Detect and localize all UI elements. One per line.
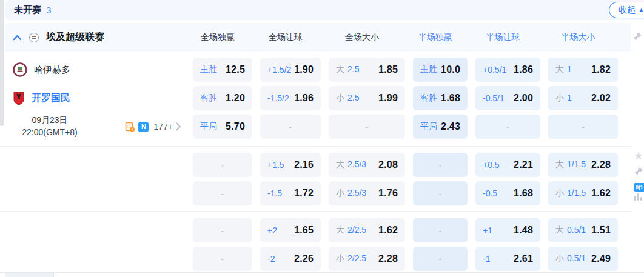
odds-label: 小0.5/1: [555, 253, 586, 264]
odds-value: 2.00: [514, 93, 533, 104]
odds-line: -2: [267, 254, 275, 264]
odds-cell[interactable]: 大2.5/32.08: [329, 153, 405, 177]
league-header: 埃及超级联赛 全场独赢全场让球全场大小半场独赢半场让球半场大小: [5, 23, 631, 52]
odds-cell[interactable]: -0.5/12.00: [475, 86, 540, 110]
odds-block-alt-2: -+21.65大2/2.51.62-+11.48大0.5/11.51--22.2…: [0, 212, 631, 277]
odds-cell[interactable]: 平局5.70: [193, 115, 252, 139]
odds-cell[interactable]: 客胜1.20: [193, 86, 252, 110]
column-header-6: 半场大小: [543, 32, 613, 43]
match-extras[interactable]: N 177+: [125, 122, 185, 132]
odds-cell[interactable]: -12.61: [475, 247, 540, 271]
odds-cell-empty: -: [193, 153, 252, 177]
odds-cell[interactable]: +0.52.21: [475, 153, 540, 177]
odds-value: 1.76: [378, 188, 398, 199]
odds-cell[interactable]: 小2.5/31.76: [329, 181, 405, 205]
odds-line: 平局: [420, 121, 437, 132]
odds-cell-empty: -: [413, 153, 468, 177]
empty-placeholder: -: [439, 161, 441, 170]
pin-icon[interactable]: [632, 32, 642, 41]
odds-block-alt-1: -+1.52.16大2.5/32.08-+0.52.21大1/1.52.28--…: [0, 147, 631, 212]
odds-label: 平局: [420, 121, 437, 132]
more-markets-count: 177+: [153, 122, 173, 132]
odds-label: -1: [483, 254, 490, 264]
odds-cell[interactable]: 客胜1.68: [413, 86, 468, 110]
empty-placeholder: -: [366, 122, 368, 132]
odds-table: 哈伊赫多 开罗国民 09月23日 22:00(GMT+8): [0, 52, 631, 277]
odds-value: 2.28: [591, 159, 611, 170]
chevron-up-icon[interactable]: [13, 35, 22, 41]
odds-line: 2/2.5: [347, 253, 366, 264]
odds-cell[interactable]: -1.51.72: [260, 181, 321, 205]
odds-cell[interactable]: 主胜10.0: [413, 58, 468, 82]
home-team-row[interactable]: 哈伊赫多: [5, 58, 185, 82]
odds-label: 小2/2.5: [336, 253, 366, 264]
away-team-row[interactable]: 开罗国民: [5, 86, 185, 110]
pin-match-icon[interactable]: [634, 166, 643, 176]
odds-line: +2: [267, 225, 277, 235]
over-under-prefix: 小: [336, 93, 344, 104]
odds-value: 1.48: [514, 225, 533, 236]
odds-label: 客胜: [420, 93, 437, 104]
empty-placeholder: -: [221, 255, 224, 264]
odds-label: 大2.5/3: [336, 159, 366, 170]
odds-value: 5.70: [226, 121, 245, 132]
match-count: 3: [46, 5, 51, 15]
odds-cell[interactable]: 平局2.43: [413, 115, 468, 139]
chevron-right-icon[interactable]: [176, 122, 181, 131]
odds-cell[interactable]: 小1/1.51.62: [548, 181, 618, 205]
odds-cell[interactable]: 大11.82: [548, 58, 618, 82]
collapse-button[interactable]: 收起 ▲: [609, 2, 644, 18]
over-under-prefix: 小: [555, 188, 564, 199]
odds-cell[interactable]: +11.48: [475, 218, 540, 242]
odds-value: 1.96: [294, 93, 314, 104]
odds-value: 1.90: [294, 64, 314, 75]
favorite-star-icon[interactable]: ★: [634, 150, 643, 162]
odds-value: 1.72: [294, 188, 314, 199]
odds-cell[interactable]: 大0.5/11.51: [548, 218, 618, 242]
odds-cell[interactable]: +1.5/21.90: [260, 58, 321, 82]
odds-label: -0.5/1: [483, 93, 505, 103]
odds-value: 1.68: [514, 188, 533, 199]
odds-cell[interactable]: 小2.51.99: [329, 86, 405, 110]
odds-line: 平局: [200, 121, 217, 132]
odds-line: 0.5/1: [567, 225, 586, 236]
next-row-divider: [53, 273, 54, 277]
odds-line: 1/1.5: [567, 159, 586, 170]
odds-value: 2.08: [378, 159, 398, 170]
odds-label: +1.5: [267, 160, 284, 170]
match-meta-row: 09月23日 22:00(GMT+8) N 177+: [5, 115, 185, 139]
over-under-prefix: 大: [555, 64, 564, 75]
empty-placeholder: -: [439, 255, 441, 264]
triangle-up-icon: ▲: [639, 7, 644, 13]
league-title-group[interactable]: 埃及超级联赛: [5, 31, 180, 44]
column-header-5: 半场让球: [471, 32, 535, 43]
over-under-prefix: 小: [555, 253, 564, 264]
odds-cell[interactable]: +21.65: [260, 218, 321, 242]
league-name: 埃及超级联赛: [46, 31, 104, 44]
odds-cell[interactable]: 主胜12.5: [193, 58, 252, 82]
news-badge-icon[interactable]: N: [138, 122, 149, 132]
column-header-1: 全场独赢: [188, 32, 247, 43]
odds-cell[interactable]: 大2.51.85: [329, 58, 405, 82]
odds-cell[interactable]: 大2/2.51.62: [329, 218, 405, 242]
odds-cell[interactable]: +0.5/11.86: [475, 58, 540, 82]
bar-chart-icon[interactable]: [634, 193, 643, 201]
over-under-prefix: 小: [336, 253, 344, 264]
odds-cell[interactable]: -0.51.68: [475, 181, 540, 205]
odds-cell[interactable]: -1.5/21.96: [260, 86, 321, 110]
odds-cell[interactable]: +1.52.16: [260, 153, 321, 177]
odds-cell[interactable]: 小12.02: [548, 86, 618, 110]
odds-label: +0.5/1: [483, 65, 506, 75]
odds-cell[interactable]: 小0.5/12.49: [548, 247, 618, 271]
odds-label: 大1: [555, 64, 572, 75]
odds-cell-empty: -: [193, 218, 252, 242]
odds-cell[interactable]: 大1/1.52.28: [548, 153, 618, 177]
score-badge[interactable]: 0|1: [634, 181, 644, 192]
league-logo-icon: [29, 32, 39, 43]
odds-cell[interactable]: -22.26: [260, 247, 321, 271]
odds-value: 1.68: [441, 93, 460, 104]
collapse-button-label: 收起: [619, 5, 636, 16]
stats-history-icon[interactable]: [125, 122, 135, 132]
odds-line: 2.5/3: [347, 188, 366, 199]
odds-cell[interactable]: 小2/2.52.28: [329, 247, 405, 271]
